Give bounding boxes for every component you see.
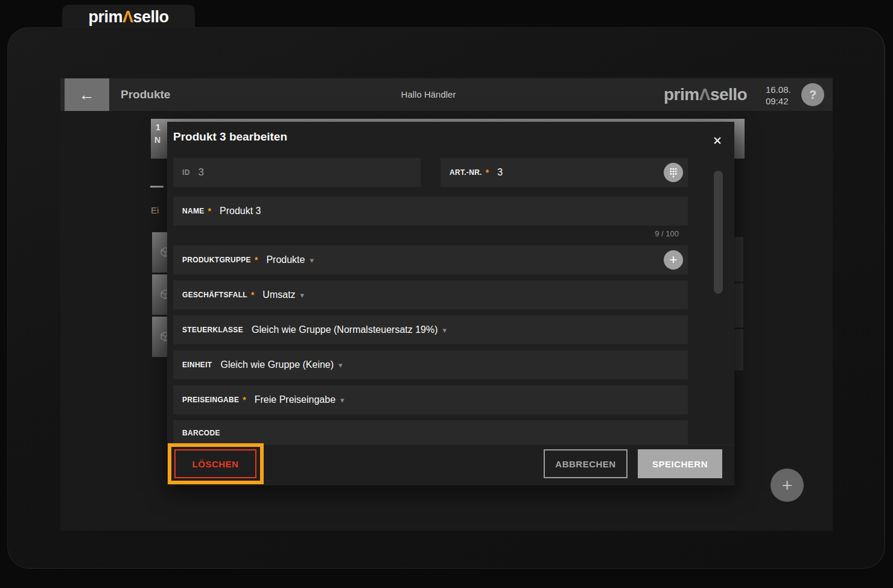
preiseingabe-value: Freie Preiseingabe	[255, 394, 335, 405]
logo-prefix: prim	[88, 8, 122, 26]
logo-prefix: prim	[664, 85, 699, 104]
steuerklasse-dropdown[interactable]: STEUERKLASSE Gleich wie Gruppe (Normalst…	[173, 315, 688, 344]
add-produktgruppe-button[interactable]: +	[664, 250, 683, 270]
help-button[interactable]: ?	[801, 83, 824, 106]
keypad-icon	[667, 166, 679, 179]
logo-caret-icon: Λ	[699, 85, 710, 104]
required-marker: *	[251, 290, 254, 300]
page-title: Produkte	[121, 78, 170, 111]
steuerklasse-value: Gleich wie Gruppe (Normalsteuersatz 19%)	[252, 324, 438, 335]
question-mark-icon: ?	[809, 88, 816, 102]
background-row-fragment	[734, 329, 743, 370]
primasello-logo: primΛsello	[88, 8, 168, 27]
chevron-down-icon: ▾	[310, 256, 314, 265]
keypad-button[interactable]	[664, 163, 683, 182]
steuerklasse-label: STEUERKLASSE	[182, 326, 243, 334]
background-partial-text: Ei	[151, 205, 159, 215]
close-button[interactable]: ✕	[708, 131, 726, 150]
background-row-fragment	[734, 283, 743, 327]
greeting-text: Hallo Händler	[338, 78, 519, 111]
produktgruppe-label: PRODUKTGRUPPE	[182, 256, 251, 264]
required-marker: *	[208, 206, 211, 216]
preiseingabe-label: PREISEINGABE	[182, 396, 239, 404]
plus-icon: +	[782, 475, 793, 496]
delete-button[interactable]: LÖSCHEN	[174, 449, 256, 478]
close-icon: ✕	[713, 134, 722, 148]
geschaeftsfall-value: Umsatz	[262, 289, 295, 300]
artnr-value: 3	[497, 167, 503, 178]
logo-caret-icon: Λ	[122, 8, 133, 26]
back-arrow-icon: ←	[79, 86, 95, 104]
einheit-dropdown[interactable]: EINHEIT Gleich wie Gruppe (Keine) ▾	[173, 350, 688, 379]
modal-title: Produkt 3 bearbeiten	[173, 130, 287, 144]
geschaeftsfall-dropdown[interactable]: GESCHÄFTSFALL * Umsatz ▾	[173, 280, 688, 309]
chevron-down-icon: ▾	[443, 326, 447, 335]
einheit-value: Gleich wie Gruppe (Keine)	[220, 359, 334, 370]
browser-tab[interactable]: primΛsello	[62, 5, 195, 29]
date-text: 16.08.	[766, 84, 791, 95]
artnr-label: ART.-NR.	[450, 168, 482, 177]
id-value: 3	[199, 166, 204, 179]
preiseingabe-dropdown[interactable]: PREISEINGABE * Freie Preiseingabe ▾	[173, 385, 688, 414]
datetime: 16.08. 09:42	[766, 84, 791, 107]
chevron-down-icon: ▾	[300, 291, 305, 300]
desktop-background: primΛsello ← Produkte Hallo Händler prim…	[0, 0, 893, 588]
back-button[interactable]: ←	[65, 78, 109, 111]
time-text: 09:42	[766, 95, 791, 107]
header-brand: primΛsello	[664, 78, 747, 111]
add-product-fab[interactable]: +	[771, 469, 804, 502]
logo-suffix: sello	[710, 85, 747, 104]
modal-scrollbar-thumb[interactable]	[714, 171, 723, 294]
produktgruppe-dropdown[interactable]: PRODUKTGRUPPE * Produkte ▾	[173, 245, 688, 274]
name-field[interactable]: NAME * Produkt 3	[173, 197, 688, 226]
plus-icon: +	[670, 253, 678, 267]
name-value: Produkt 3	[220, 206, 261, 217]
name-label: NAME	[182, 207, 205, 215]
artnr-field[interactable]: ART.-NR. * 3	[440, 158, 688, 187]
background-row-text: 1	[156, 122, 160, 132]
chevron-down-icon: ▾	[340, 396, 345, 405]
einheit-label: EINHEIT	[182, 361, 212, 369]
id-field: ID 3	[173, 158, 421, 187]
save-button[interactable]: SPEICHERN	[638, 449, 722, 478]
background-row-text: N	[154, 135, 160, 145]
required-marker: *	[486, 168, 489, 177]
required-marker: *	[243, 395, 246, 405]
geschaeftsfall-label: GESCHÄFTSFALL	[182, 291, 247, 299]
required-marker: *	[255, 255, 258, 265]
barcode-label: BARCODE	[182, 429, 220, 437]
background-row-fragment	[734, 237, 743, 282]
background-tab-underline	[150, 186, 164, 188]
cancel-button[interactable]: ABBRECHEN	[544, 449, 628, 478]
id-label: ID	[182, 168, 190, 177]
chevron-down-icon: ▾	[338, 361, 343, 370]
primasello-logo: primΛsello	[664, 85, 747, 104]
char-counter: 9 / 100	[597, 229, 679, 238]
produktgruppe-value: Produkte	[266, 254, 305, 265]
logo-suffix: sello	[133, 8, 169, 26]
